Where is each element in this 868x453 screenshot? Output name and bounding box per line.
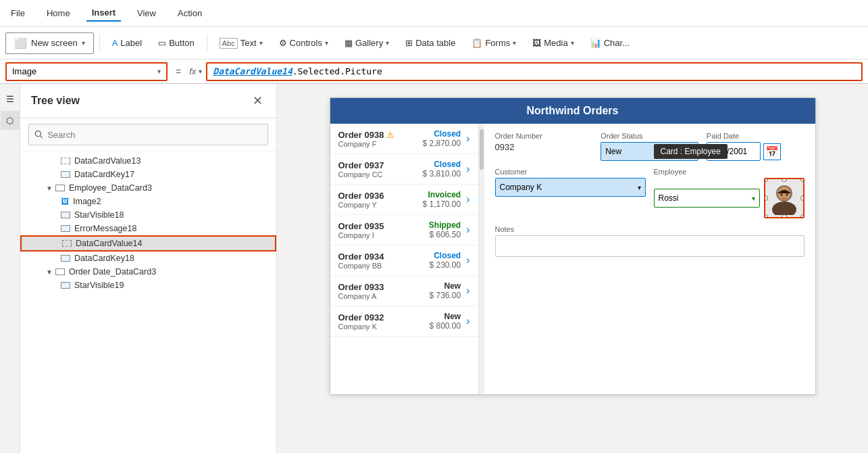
order-0933-company: Company A <box>338 292 424 300</box>
tree-item-errormessage18[interactable]: ErrorMessage18 <box>20 222 276 235</box>
order-item-0938[interactable]: Order 0938 ⚠ Company F Closed $ 2,870.00… <box>330 124 478 154</box>
warning-icon-0938: ⚠ <box>386 130 394 140</box>
order-number-value: 0932 <box>495 142 593 152</box>
order-0932-amount: $ 800.00 <box>429 321 461 331</box>
label-icon: A <box>112 38 118 48</box>
tree-item-datacardkey17[interactable]: DataCardKey17 <box>20 168 276 181</box>
order-number-label: Order Number <box>495 132 593 140</box>
image2-label: Image2 <box>73 197 101 206</box>
search-input[interactable] <box>47 130 262 140</box>
employee-select[interactable]: Rossi ▾ <box>654 189 760 208</box>
calendar-icon[interactable]: 📅 <box>763 143 781 160</box>
customer-select[interactable]: Company K ▾ <box>495 178 646 197</box>
employee-selected: Rossi <box>659 193 679 203</box>
data-table-button[interactable]: ⊞ Data table <box>399 35 462 51</box>
label-button[interactable]: A Label <box>105 35 149 51</box>
selection-handle-mr[interactable] <box>800 195 805 201</box>
formula-rest: .Selected.Picture <box>292 66 382 76</box>
order-item-0933[interactable]: Order 0933 Company A New $ 736.00 › <box>330 276 478 306</box>
order-0936-status: Invoiced <box>422 190 461 199</box>
menu-action[interactable]: Action <box>172 5 207 21</box>
tree-search-box <box>28 124 268 145</box>
new-screen-chevron: ▾ <box>82 39 85 47</box>
tree-item-starvisible19[interactable]: StarVisible19 <box>20 279 276 292</box>
controls-button[interactable]: ⚙ Controls ▾ <box>272 35 335 51</box>
formula-input[interactable]: DataCardValue14.Selected.Picture <box>206 62 863 81</box>
button-button[interactable]: ▭ Button <box>151 35 201 51</box>
order-0938-company: Company F <box>338 140 417 148</box>
name-box-chevron[interactable]: ▾ <box>157 68 161 75</box>
media-button[interactable]: 🖼 Media ▾ <box>526 35 580 51</box>
charts-button[interactable]: 📊 Char... <box>584 35 636 51</box>
svg-point-6 <box>786 194 788 196</box>
forms-button[interactable]: 📋 Forms ▾ <box>465 35 523 51</box>
employee-datacard3-label: Employee_DataCard3 <box>69 183 152 193</box>
text-button[interactable]: Abc Text ▾ <box>213 35 270 51</box>
customer-chevron: ▾ <box>638 184 641 191</box>
menu-home[interactable]: Home <box>41 5 76 21</box>
order-number-field: Order Number 0932 <box>495 132 593 161</box>
tree-item-starvisible18[interactable]: StarVisible18 <box>20 208 276 222</box>
toolbar: ⬜ New screen ▾ A Label ▭ Button Abc Text… <box>0 27 868 59</box>
tree-item-datacardvalue14[interactable]: DataCardValue14 <box>20 235 276 252</box>
controls-icon: ⚙ <box>279 38 287 48</box>
orders-scroll-thumb[interactable] <box>480 129 484 170</box>
selection-handle-bl[interactable] <box>764 214 768 218</box>
sidebar-layers[interactable]: ⬡ <box>1 111 20 130</box>
gallery-button[interactable]: ▦ Gallery ▾ <box>338 35 396 51</box>
button-label: Button <box>169 38 195 48</box>
order-0935-chevron: › <box>466 224 469 236</box>
order-0933-amount: $ 736.00 <box>429 291 461 300</box>
menu-view[interactable]: View <box>132 5 161 21</box>
tree-item-image2[interactable]: 🖼 Image2 <box>20 195 276 208</box>
order-item-0936[interactable]: Order 0936 Company Y Invoiced $ 1,170.00… <box>330 185 478 215</box>
order-0934-status: Closed <box>429 251 461 260</box>
charts-icon: 📊 <box>590 38 601 48</box>
menu-file[interactable]: File <box>5 5 30 21</box>
tree-content: DataCardValue13 DataCardKey17 ▼ Employee… <box>20 151 276 453</box>
selection-handle-bm[interactable] <box>782 214 787 218</box>
sidebar-hamburger[interactable]: ☰ <box>1 89 20 108</box>
tree-close-button[interactable]: ✕ <box>250 92 265 110</box>
starvisible18-icon <box>61 212 70 218</box>
new-screen-button[interactable]: ⬜ New screen ▾ <box>5 32 94 54</box>
order-0934-left: Order 0934 Company BB <box>338 252 424 270</box>
sidebar: ☰ ⬡ <box>0 84 20 453</box>
order-item-0937[interactable]: Order 0937 Company CC Closed $ 3,810.00 … <box>330 154 478 185</box>
notes-input[interactable] <box>495 235 805 257</box>
order-0937-amount: $ 3,810.00 <box>422 169 461 178</box>
tree-item-datacardvalue13[interactable]: DataCardValue13 <box>20 154 276 168</box>
orderdate-datacard3-expand[interactable]: ▼ <box>46 268 53 276</box>
main-area: ☰ ⬡ Tree view ✕ DataCardValue13 <box>0 84 868 453</box>
tree-item-datacardkey18[interactable]: DataCardKey18 <box>20 252 276 265</box>
data-table-label: Data table <box>415 38 455 48</box>
tree-title: Tree view <box>31 95 80 107</box>
menu-insert[interactable]: Insert <box>86 5 121 22</box>
charts-label: Char... <box>604 38 630 48</box>
order-item-0935[interactable]: Order 0935 Company I Shipped $ 606.50 › <box>330 215 478 245</box>
order-0932-right: New $ 800.00 <box>429 312 461 331</box>
tree-item-employee-datacard3[interactable]: ▼ Employee_DataCard3 <box>20 181 276 195</box>
employee-label: Employee <box>654 168 805 176</box>
employee-photo-box <box>764 178 805 218</box>
formula-keyword: DataCardValue14 <box>213 66 292 76</box>
employee-datacard3-expand[interactable]: ▼ <box>46 185 53 192</box>
order-0934-amount: $ 230.00 <box>429 260 461 270</box>
order-0935-left: Order 0935 Company I <box>338 221 424 239</box>
media-label: Media <box>544 38 567 48</box>
selection-handle-br[interactable] <box>800 214 805 218</box>
datacardvalue13-icon <box>61 158 70 164</box>
svg-line-1 <box>41 136 43 138</box>
formula-name-box[interactable]: Image ▾ <box>5 62 168 81</box>
order-item-0934[interactable]: Order 0934 Company BB Closed $ 230.00 › <box>330 245 478 276</box>
paid-date-label: Paid Date <box>707 132 805 140</box>
card-tooltip: Card : Employee <box>654 144 727 159</box>
svg-point-5 <box>780 194 782 196</box>
orders-list: Order 0938 ⚠ Company F Closed $ 2,870.00… <box>330 124 479 394</box>
formula-fx-label: fx <box>189 66 196 76</box>
tree-item-orderdate-datacard3[interactable]: ▼ Order Date_DataCard3 <box>20 265 276 279</box>
orders-scroll[interactable] <box>479 124 484 394</box>
order-item-0932[interactable]: Order 0932 Company K New $ 800.00 › <box>330 306 478 337</box>
employee-datacard3-icon <box>55 185 65 191</box>
name-box-value: Image <box>12 66 36 76</box>
